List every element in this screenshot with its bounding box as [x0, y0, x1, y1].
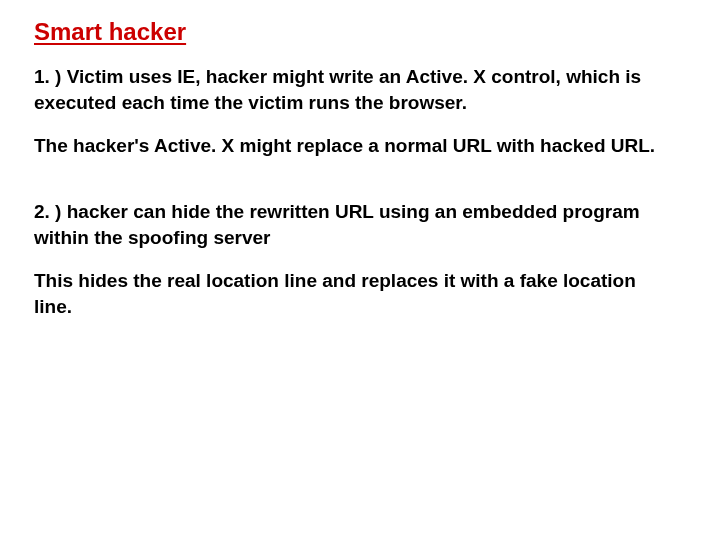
slide-container: Smart hacker 1. ) Victim uses IE, hacker… [0, 0, 720, 540]
body-paragraph-2: The hacker's Active. X might replace a n… [34, 133, 674, 159]
body-paragraph-1: 1. ) Victim uses IE, hacker might write … [34, 64, 674, 115]
body-paragraph-4: This hides the real location line and re… [34, 268, 674, 319]
slide-title: Smart hacker [34, 18, 686, 46]
spacer [34, 177, 686, 199]
body-paragraph-3: 2. ) hacker can hide the rewritten URL u… [34, 199, 674, 250]
